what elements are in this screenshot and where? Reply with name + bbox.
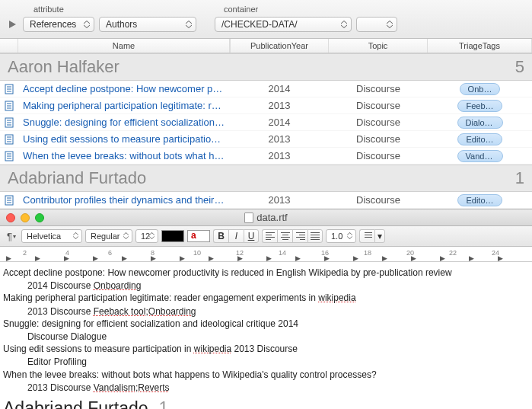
align-justify-button[interactable]	[307, 229, 323, 243]
row-title[interactable]: When the levee breaks: without bots what…	[18, 150, 230, 161]
tab-stop-icon[interactable]: ▶	[440, 254, 445, 262]
tab-stop-icon[interactable]: ▶	[324, 254, 330, 262]
col-year[interactable]: PublicationYear	[230, 39, 329, 53]
swatch-textcolor[interactable]	[187, 230, 210, 242]
document-icon	[0, 150, 18, 162]
tab-stop-icon[interactable]: ▶	[64, 254, 69, 262]
doc-line: 2013 Discourse Feeback tool;Onboarding	[3, 305, 529, 318]
row-topic: Discourse	[329, 133, 428, 145]
ruler[interactable]: 24681012141618202224▶▶▶▶▶▶▶▶▶▶▶▶▶▶▶▶▶▶	[0, 247, 532, 262]
line-spacing-dropdown[interactable]: 1.0	[326, 229, 356, 243]
browser-toolbar: attribute container References Authors /…	[0, 0, 532, 39]
col-topic[interactable]: Topic	[329, 39, 428, 53]
font-weight-dropdown[interactable]: Regular	[85, 229, 132, 243]
ruler-number: 14	[279, 249, 286, 257]
table-row[interactable]: Making peripheral participation legitima…	[0, 97, 532, 114]
tag-pill[interactable]: Edito…	[457, 194, 502, 206]
play-icon[interactable]	[6, 19, 18, 30]
tab-stop-icon[interactable]: ▶	[35, 254, 40, 262]
col-icon[interactable]	[0, 39, 18, 53]
tag-pill[interactable]: Dialogue	[457, 117, 503, 129]
row-title[interactable]: Snuggle: designing for efficient sociali…	[18, 117, 230, 128]
row-tag: Feeb…	[428, 99, 532, 112]
document-icon	[0, 133, 18, 145]
table-row[interactable]: Contributor profiles their dynamics and …	[0, 192, 532, 209]
close-icon[interactable]	[6, 213, 15, 222]
dropdown-path[interactable]: /CHECKED-DATA/	[215, 17, 352, 32]
tab-stop-icon[interactable]: ▶	[498, 254, 503, 262]
tab-stop-icon[interactable]: ▶	[151, 254, 156, 262]
svg-marker-0	[9, 21, 16, 28]
ruler-number: 2	[23, 249, 27, 257]
table-row[interactable]: Snuggle: designing for efficient sociali…	[0, 114, 532, 131]
tag-pill[interactable]: Vanda…	[457, 150, 503, 162]
tab-stop-icon[interactable]: ▶	[469, 254, 474, 262]
tag-pill[interactable]: Edito…	[457, 133, 502, 145]
underline-button[interactable]: U	[244, 229, 259, 243]
tab-stop-icon[interactable]: ▶	[353, 254, 358, 262]
list-menu-button[interactable]: ▾	[374, 229, 385, 243]
tab-stop-icon[interactable]: ▶	[209, 254, 214, 262]
doc-line: 2014 Discourse Onboarding	[3, 280, 529, 292]
document-icon	[244, 212, 253, 223]
row-title[interactable]: Accept decline postpone: How newcomer p…	[18, 83, 230, 94]
table-row[interactable]: Using edit sessions to measure participa…	[0, 131, 532, 148]
row-title[interactable]: Making peripheral participation legitima…	[18, 100, 230, 111]
document-body[interactable]: Accept decline postpone: How newcomer pr…	[0, 262, 532, 409]
text-editor-window: data.rtf ¶▾ Helvetica Regular 12 B I U 1…	[0, 209, 532, 409]
column-headers: Name PublicationYear Topic TriageTags	[0, 39, 532, 53]
row-year: 2014	[230, 117, 329, 128]
dropdown-empty[interactable]	[356, 17, 397, 32]
table-row[interactable]: When the levee breaks: without bots what…	[0, 148, 532, 165]
tab-stop-icon[interactable]: ▶	[295, 254, 301, 262]
row-tag: Onb…	[428, 82, 532, 95]
list-button[interactable]	[359, 229, 374, 243]
label-container: container	[224, 5, 258, 14]
row-year: 2014	[230, 83, 329, 94]
document-icon	[0, 100, 18, 112]
toolbar-controls: References Authors /CHECKED-DATA/	[6, 15, 526, 35]
tab-stop-icon[interactable]: ▶	[411, 254, 416, 262]
group-header[interactable]: Adabriand Furtado1	[0, 165, 532, 192]
tab-stop-icon[interactable]: ▶	[237, 254, 243, 262]
tab-stop-icon[interactable]: ▶	[382, 254, 387, 262]
tab-stop-icon[interactable]: ▶	[122, 254, 127, 262]
row-topic: Discourse	[329, 117, 428, 128]
dropdown-authors[interactable]: Authors	[99, 17, 196, 32]
window-controls	[6, 213, 44, 222]
group-header[interactable]: Aaron Halfaker5	[0, 53, 532, 81]
col-tags[interactable]: TriageTags	[428, 39, 532, 53]
row-title[interactable]: Using edit sessions to measure participa…	[18, 133, 230, 145]
row-title[interactable]: Contributor profiles their dynamics and …	[18, 194, 230, 206]
align-right-button[interactable]	[292, 229, 307, 243]
editor-titlebar[interactable]: data.rtf	[0, 209, 532, 226]
doc-heading: Adabriand Furtado1	[3, 397, 529, 409]
bold-button[interactable]: B	[213, 229, 228, 243]
row-tag: Edito…	[428, 193, 532, 206]
italic-button[interactable]: I	[228, 229, 244, 243]
row-year: 2013	[230, 150, 329, 161]
tab-stop-icon[interactable]: ▶	[6, 254, 11, 262]
paragraph-icon[interactable]: ¶▾	[5, 229, 18, 243]
align-center-button[interactable]	[277, 229, 292, 243]
font-family-dropdown[interactable]: Helvetica	[21, 229, 82, 243]
tag-pill[interactable]: Onb…	[460, 83, 501, 95]
tag-pill[interactable]: Feeb…	[457, 100, 502, 112]
toolbar-labels: attribute container	[6, 3, 526, 15]
dropdown-references[interactable]: References	[23, 17, 94, 32]
tab-stop-icon[interactable]: ▶	[93, 254, 98, 262]
doc-line: When the levee breaks: without bots what…	[3, 369, 529, 381]
reference-list: Aaron Halfaker5Accept decline postpone: …	[0, 53, 532, 209]
row-year: 2013	[230, 100, 329, 111]
swatch-black[interactable]	[161, 230, 184, 242]
col-name[interactable]: Name	[18, 39, 230, 53]
font-size-dropdown[interactable]: 12	[135, 229, 158, 243]
doc-line: Editor Profiling	[3, 356, 529, 368]
zoom-icon[interactable]	[35, 213, 44, 222]
tab-stop-icon[interactable]: ▶	[266, 254, 272, 262]
document-icon	[0, 83, 18, 95]
tab-stop-icon[interactable]: ▶	[180, 254, 185, 262]
minimize-icon[interactable]	[21, 213, 30, 222]
table-row[interactable]: Accept decline postpone: How newcomer p……	[0, 81, 532, 97]
align-left-button[interactable]	[262, 229, 277, 243]
